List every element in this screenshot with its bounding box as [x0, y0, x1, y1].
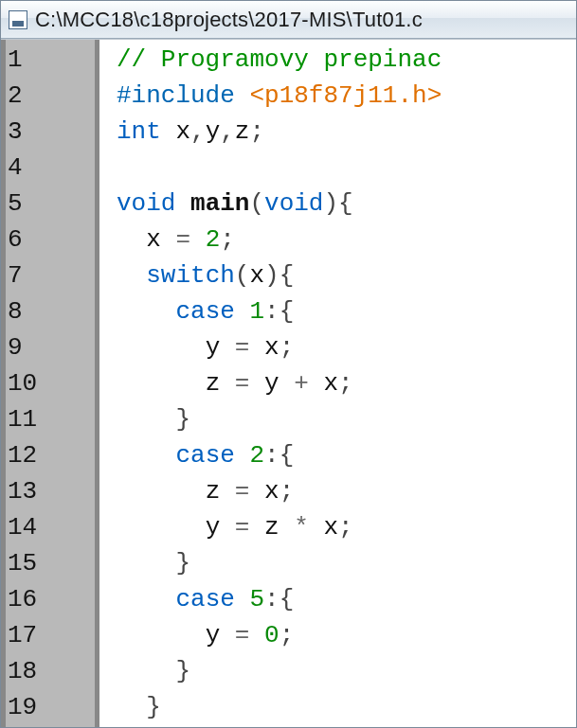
line-number: 14 — [6, 509, 95, 545]
line-number: 9 — [6, 329, 95, 365]
code-line[interactable]: } — [117, 693, 161, 721]
app-icon — [9, 10, 27, 29]
line-number: 11 — [6, 401, 95, 437]
code-line[interactable]: case 1:{ — [117, 297, 294, 326]
code-line[interactable]: } — [117, 549, 190, 577]
line-number: 4 — [6, 150, 95, 186]
editor-window: C:\MCC18\c18projects\2017-MIS\Tut01.c 12… — [0, 0, 577, 728]
line-number: 2 — [6, 78, 95, 114]
code-line[interactable]: y = z * x; — [117, 513, 353, 542]
window-title: C:\MCC18\c18projects\2017-MIS\Tut01.c — [35, 8, 423, 32]
code-line[interactable]: z = x; — [117, 477, 294, 506]
code-line[interactable]: } — [117, 657, 190, 685]
titlebar[interactable]: C:\MCC18\c18projects\2017-MIS\Tut01.c — [1, 1, 576, 39]
line-number: 12 — [6, 437, 95, 473]
line-number: 17 — [6, 617, 95, 653]
line-number: 8 — [6, 293, 95, 329]
line-number: 7 — [6, 257, 95, 293]
line-number: 16 — [6, 581, 95, 617]
code-line[interactable]: y = 0; — [117, 621, 294, 649]
code-line[interactable]: z = y + x; — [117, 369, 353, 398]
code-line[interactable]: // Programovy prepinac — [117, 45, 442, 74]
code-area[interactable]: // Programovy prepinac #include <p18f87j… — [99, 40, 576, 727]
code-line[interactable]: switch(x){ — [117, 261, 294, 290]
code-line[interactable]: } — [117, 405, 190, 434]
editor-client: 12345678910111213141516171819 // Program… — [1, 39, 576, 727]
line-number-gutter: 12345678910111213141516171819 — [1, 40, 99, 727]
line-number: 19 — [6, 689, 95, 725]
line-number: 15 — [6, 545, 95, 581]
code-line[interactable]: void main(void){ — [117, 189, 353, 218]
code-line[interactable]: #include <p18f87j11.h> — [117, 81, 442, 110]
code-pre[interactable]: // Programovy prepinac #include <p18f87j… — [117, 42, 576, 725]
line-number: 6 — [6, 222, 95, 257]
code-line[interactable]: y = x; — [117, 333, 294, 362]
line-number: 3 — [6, 114, 95, 150]
code-line[interactable]: int x,y,z; — [117, 117, 264, 146]
line-number: 1 — [6, 42, 95, 78]
line-number: 18 — [6, 653, 95, 689]
line-number: 10 — [6, 365, 95, 401]
code-line[interactable]: x = 2; — [117, 225, 235, 254]
line-number: 13 — [6, 473, 95, 509]
code-line[interactable]: case 2:{ — [117, 441, 294, 470]
code-line[interactable]: case 5:{ — [117, 585, 294, 613]
line-number: 5 — [6, 186, 95, 222]
